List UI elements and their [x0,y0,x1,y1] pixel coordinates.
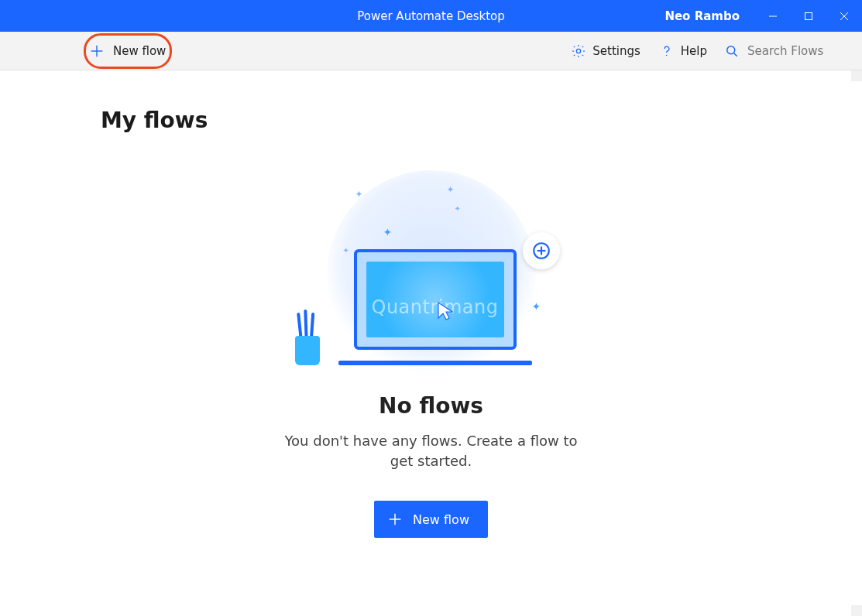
new-flow-primary-button[interactable]: New flow [374,501,488,538]
search-icon [724,43,740,59]
new-flow-label: New flow [113,44,166,58]
scrollbar-track-bottom[interactable] [851,605,862,616]
scrollbar-track-top[interactable] [851,70,862,81]
svg-point-7 [666,54,668,56]
sparkle-icon: ✦ [447,184,455,195]
empty-state: ✦ ✦ ✦ ✦ ✦ ✦ Quantrimang [0,170,862,538]
minimize-button[interactable] [755,0,791,32]
svg-rect-1 [805,12,812,19]
empty-state-title: No flows [379,393,483,419]
svg-line-9 [734,53,737,56]
page-title: My flows [101,108,862,133]
command-bar: New flow Settings Help [0,32,862,70]
sparkle-icon: ✦ [355,189,363,200]
sparkle-icon: ✦ [383,226,393,238]
close-icon [839,11,850,22]
search-box[interactable] [716,32,862,70]
window-controls [755,0,862,32]
sparkle-icon: ✦ [455,204,461,213]
svg-point-8 [727,46,735,53]
close-button[interactable] [826,0,862,32]
gear-icon [571,43,586,59]
settings-button[interactable]: Settings [562,32,650,70]
sparkle-icon: ✦ [532,300,541,313]
minimize-icon [768,12,778,21]
help-label: Help [681,44,707,58]
search-input[interactable] [747,44,848,58]
plus-icon [386,511,404,528]
laptop-graphic: Quantrimang [338,249,532,365]
pencil-cup-graphic [292,311,323,365]
plus-badge-icon [523,232,560,269]
app-title: Power Automate Desktop [357,9,505,23]
empty-state-subtitle: You don't have any flows. Create a flow … [276,431,586,471]
plus-icon [88,43,105,60]
settings-label: Settings [592,44,640,58]
cursor-icon [435,299,460,324]
maximize-icon [804,12,813,21]
new-flow-primary-label: New flow [413,512,469,527]
titlebar: Power Automate Desktop Neo Rambo [0,0,862,32]
new-flow-button[interactable]: New flow [84,37,173,65]
svg-point-6 [577,49,581,53]
help-icon [659,43,675,59]
user-name[interactable]: Neo Rambo [665,9,740,23]
main-content: My flows ✦ ✦ ✦ ✦ ✦ ✦ Quantrimang [0,70,862,616]
help-button[interactable]: Help [650,32,716,70]
maximize-button[interactable] [791,0,826,32]
empty-state-illustration: ✦ ✦ ✦ ✦ ✦ ✦ Quantrimang [300,170,563,371]
